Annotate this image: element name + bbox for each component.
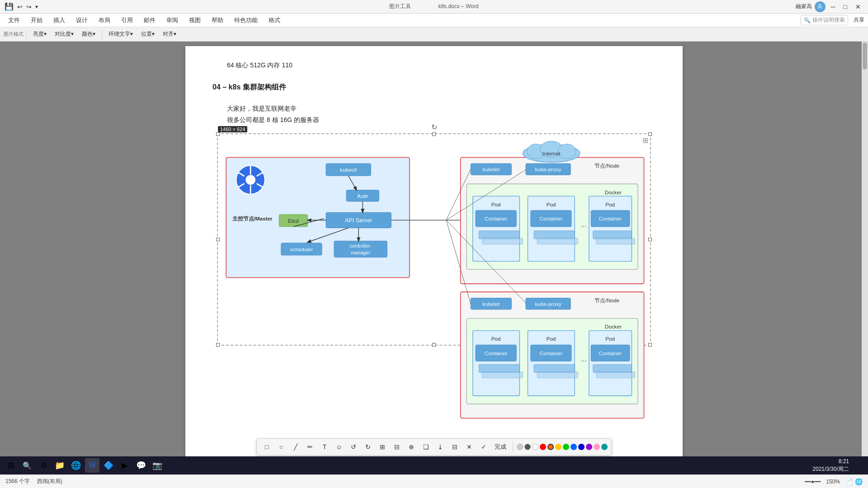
view-icons: 📄 🌐	[845, 478, 863, 485]
menu-review[interactable]: 审阅	[162, 14, 183, 26]
toolbar-btn-2[interactable]: 对比度▾	[51, 29, 77, 39]
handle-tr[interactable]	[648, 132, 652, 136]
search-box[interactable]: 🔍 操作说明搜索	[801, 15, 848, 25]
svg-text:kubectl: kubectl	[340, 167, 357, 173]
color-orange[interactable]	[547, 444, 554, 450]
draw-rect-btn[interactable]: □	[260, 441, 273, 453]
color-yellow[interactable]	[555, 444, 561, 450]
fileexplorer-icon[interactable]: 📁	[52, 458, 67, 473]
close-btn[interactable]: ✕	[853, 2, 863, 11]
menu-file[interactable]: 文件	[4, 14, 24, 26]
color-purple[interactable]	[586, 444, 592, 450]
draw-minus-btn[interactable]: ⊟	[391, 441, 403, 453]
color-white[interactable]	[532, 444, 538, 450]
draw-line-btn[interactable]: ╱	[289, 441, 302, 453]
wechat-icon[interactable]: 💬	[134, 458, 148, 473]
separator2	[102, 30, 102, 39]
windows-icon[interactable]: ⊞	[4, 458, 18, 473]
toolbar-btn-align[interactable]: 对齐▾	[159, 29, 180, 39]
word-icon[interactable]: W	[85, 458, 99, 473]
menu-references[interactable]: 引用	[117, 14, 137, 26]
handle-tl[interactable]	[216, 132, 220, 136]
scrollbar-thumb[interactable]	[863, 42, 867, 70]
more-icon[interactable]: ▾	[35, 4, 38, 10]
svg-rect-41	[479, 230, 519, 239]
handle-mr[interactable]	[648, 238, 652, 241]
handle-bm[interactable]	[432, 343, 436, 347]
user-avatar[interactable]: 高	[815, 1, 826, 12]
color-gray[interactable]	[517, 444, 523, 450]
draw-circle-btn[interactable]: ○	[275, 441, 288, 453]
browser-icon[interactable]: 🌐	[69, 458, 83, 473]
share-btn[interactable]: 共享	[854, 16, 864, 24]
scrollbar-right[interactable]	[862, 42, 868, 474]
menu-layout[interactable]: 布局	[94, 14, 115, 26]
menu-help[interactable]: 帮助	[207, 14, 228, 26]
draw-pencil-btn[interactable]: ✏	[304, 441, 316, 453]
draw-confirm-btn[interactable]: 完成	[492, 441, 509, 453]
draw-emoji-btn[interactable]: ☺	[333, 441, 345, 453]
toolbar-sep	[513, 442, 513, 452]
color-pink[interactable]	[594, 444, 600, 450]
minimize-btn[interactable]: ─	[828, 2, 838, 11]
menu-insert[interactable]: 插入	[49, 14, 70, 26]
rotate-handle[interactable]: ↻	[431, 123, 437, 131]
menu-design[interactable]: 设计	[71, 14, 92, 26]
diagram-wrapper[interactable]: 1460 × 624 ↻ ⊞	[217, 133, 651, 346]
handle-bl[interactable]	[216, 343, 220, 347]
restore-btn[interactable]: □	[841, 2, 850, 11]
color-blue[interactable]	[571, 444, 577, 450]
menu-view[interactable]: 视图	[184, 14, 205, 26]
handle-br[interactable]	[648, 343, 652, 347]
draw-grid-btn[interactable]: ⊞	[376, 441, 389, 453]
toolbar-btn-wrap[interactable]: 环绕文字▾	[105, 29, 137, 39]
svg-text:节点/Node: 节点/Node	[594, 297, 619, 303]
menu-home[interactable]: 开始	[26, 14, 47, 26]
color-red[interactable]	[540, 444, 546, 450]
color-dark[interactable]	[524, 444, 531, 450]
handle-tm[interactable]	[432, 132, 436, 136]
svg-text:主控节点/Master: 主控节点/Master	[232, 216, 273, 222]
toolbar-btn-1[interactable]: 亮度▾	[29, 29, 50, 39]
color-palette	[517, 444, 608, 450]
menu-mail[interactable]: 邮件	[139, 14, 160, 26]
menu-special[interactable]: 特色功能	[230, 14, 262, 26]
menu-format[interactable]: 格式	[264, 14, 285, 26]
draw-crop-btn[interactable]: ⊟	[448, 441, 461, 453]
color-navy[interactable]	[578, 444, 585, 450]
taskview-icon[interactable]: ⧉	[36, 458, 51, 473]
draw-check-btn[interactable]: ✓	[477, 441, 490, 453]
svg-text:Container: Container	[539, 350, 562, 356]
handle-ml[interactable]	[216, 238, 220, 241]
svg-rect-54	[593, 230, 632, 239]
svg-text:Pod: Pod	[605, 336, 615, 342]
edge-icon[interactable]: 🔷	[101, 458, 116, 473]
drawing-toolbar[interactable]: □ ○ ╱ ✏ T ☺ ↺ ↻ ⊞ ⊟ ⊕ ❑ ⤓ ⊟ ✕ ✓ 完成	[256, 438, 612, 455]
draw-undo-btn[interactable]: ↺	[347, 441, 360, 453]
fit-icon[interactable]: ⊞	[642, 136, 648, 145]
save-icon[interactable]: 💾	[5, 2, 14, 11]
color-teal[interactable]	[601, 444, 608, 450]
svg-text:Pod: Pod	[491, 336, 501, 342]
toolbar-btn-position[interactable]: 位置▾	[137, 29, 158, 39]
document-area: 64 核心 512G 内存 110 04 – k8s 集群架构组件 大家好，我是…	[0, 42, 868, 474]
svg-rect-68	[479, 364, 519, 372]
undo-icon[interactable]: ↩	[17, 3, 23, 10]
draw-cursor-btn[interactable]: ⊕	[405, 441, 418, 453]
search-icon[interactable]: 🔍	[20, 458, 34, 473]
redo-icon[interactable]: ↪	[26, 3, 32, 10]
draw-text-btn[interactable]: T	[318, 441, 331, 453]
draw-select-btn[interactable]: ❑	[420, 441, 432, 453]
view-web-icon[interactable]: 🌐	[855, 478, 863, 485]
draw-download-btn[interactable]: ⤓	[434, 441, 447, 453]
camera-icon[interactable]: 📷	[150, 458, 165, 473]
svg-rect-69	[482, 371, 523, 378]
zoom-slider-icon[interactable]: ━━●━━	[805, 479, 821, 485]
app1-icon[interactable]: ▶	[118, 458, 132, 473]
color-green[interactable]	[563, 444, 569, 450]
toolbar-btn-3[interactable]: 颜色▾	[78, 29, 99, 39]
draw-redo-btn[interactable]: ↻	[362, 441, 374, 453]
draw-cancel-btn[interactable]: ✕	[463, 441, 476, 453]
view-print-icon[interactable]: 📄	[845, 478, 853, 485]
svg-text:···: ···	[580, 356, 587, 364]
